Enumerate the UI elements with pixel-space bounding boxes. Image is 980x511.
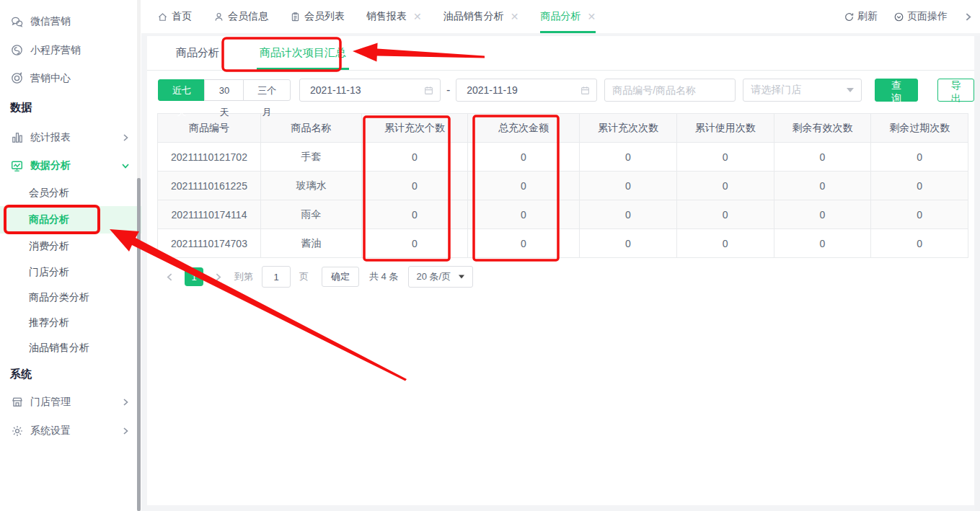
clipboard-icon	[290, 12, 301, 22]
refresh-button[interactable]: 刷新	[844, 10, 878, 23]
column-header: 商品名称	[261, 114, 362, 143]
start-date-input[interactable]	[309, 84, 423, 97]
export-button[interactable]: 导出	[937, 79, 974, 102]
sidebar-item-wechat-marketing[interactable]: 微信营销	[0, 7, 141, 36]
main-scrollbar-track[interactable]	[975, 36, 980, 511]
goto-confirm-button[interactable]: 确定	[322, 267, 359, 287]
target-icon	[10, 71, 24, 85]
page-operations-icon	[893, 12, 904, 22]
close-icon[interactable]: ✕	[511, 11, 519, 22]
filter-bar: 近七天 30天 三个月 - 请选择门店 查询 导出	[158, 79, 974, 102]
sidebar-item-recommendation-analysis[interactable]: 推荐分析	[0, 310, 141, 335]
tab-label: 会员列表	[304, 10, 345, 23]
column-header: 累计充次个数	[362, 114, 468, 143]
goto-page-input[interactable]	[262, 266, 291, 288]
sidebar-item-label: 数据分析	[30, 159, 71, 172]
table-row[interactable]: 20211110174703酱油000000	[158, 229, 968, 258]
sidebar-section-system: 系统	[0, 360, 141, 388]
close-icon[interactable]: ✕	[413, 11, 422, 22]
topbar: 首页 会员信息 会员列表 销售报表 ✕ 油品销售分析 ✕ 商品分析 ✕ 刷新	[141, 0, 980, 33]
sidebar-item-label: 营销中心	[30, 72, 71, 85]
column-header: 剩余过期次数	[871, 114, 968, 143]
tab-label: 会员信息	[228, 10, 268, 23]
goto-prefix-label: 到第	[234, 270, 253, 283]
sidebar-item-product-category-analysis[interactable]: 商品分类分析	[0, 285, 141, 310]
column-header: 累计使用次数	[676, 114, 774, 143]
tab-sales-report[interactable]: 销售报表 ✕	[366, 0, 422, 33]
search-button[interactable]: 查询	[875, 79, 919, 102]
range-last7days-button[interactable]: 近七天	[158, 79, 205, 101]
sidebar-scrollbar-thumb[interactable]	[137, 178, 141, 511]
tab-member-list[interactable]: 会员列表	[290, 0, 345, 33]
sidebar-item-label: 统计报表	[30, 131, 71, 144]
sidebar-item-store-management[interactable]: 门店管理	[0, 388, 141, 417]
store-select[interactable]: 请选择门店	[743, 79, 862, 102]
current-page-button[interactable]: 1	[185, 267, 203, 286]
tab-member-info[interactable]: 会员信息	[213, 0, 268, 33]
monitor-chart-icon	[10, 159, 24, 173]
main-panel: 商品分析 商品计次项目汇总 近七天 30天 三个月 - 请选择门店	[147, 36, 974, 505]
column-header: 剩余有效次数	[774, 114, 871, 143]
column-header: 总充次金额	[468, 114, 580, 143]
goto-suffix-label: 页	[299, 270, 309, 283]
sidebar-item-label: 系统设置	[30, 425, 71, 437]
tab-product-count-summary[interactable]: 商品计次项目汇总	[257, 36, 349, 70]
sidebar-item-label: 微信营销	[30, 15, 71, 28]
page-size-select[interactable]: 20 条/页	[408, 266, 473, 288]
sidebar-item-label: 门店管理	[30, 396, 71, 409]
store-select-placeholder: 请选择门店	[751, 84, 801, 97]
prev-page-icon[interactable]	[158, 272, 182, 282]
sidebar-item-label: 商品分类分析	[29, 291, 89, 304]
sidebar-item-member-analysis[interactable]: 会员分析	[0, 179, 141, 206]
summary-table: 商品编号 商品名称 累计充次个数 总充次金额 累计充次次数 累计使用次数 剩余有…	[157, 113, 968, 258]
sidebar-item-label: 商品分析	[29, 213, 69, 226]
gear-icon	[10, 424, 24, 437]
start-date-picker[interactable]	[299, 79, 441, 102]
sidebar-item-label: 门店分析	[29, 266, 69, 279]
sidebar-item-miniprogram-marketing[interactable]: 小程序营销	[0, 36, 141, 64]
sidebar-section-data: 数据	[0, 92, 141, 123]
quick-range-group: 近七天 30天 三个月	[158, 79, 291, 101]
calendar-icon	[580, 85, 591, 96]
column-header: 商品编号	[158, 114, 261, 143]
page-operations-button[interactable]: 页面操作	[893, 10, 948, 23]
sidebar-item-system-settings[interactable]: 系统设置	[0, 417, 141, 445]
keyword-search-input[interactable]	[604, 79, 736, 102]
table-row[interactable]: 20211110161225玻璃水000000	[158, 172, 968, 200]
range-3months-button[interactable]: 三个月	[243, 79, 290, 101]
end-date-picker[interactable]	[456, 79, 597, 102]
sidebar-item-label: 油品销售分析	[29, 342, 89, 355]
sidebar-item-marketing-center[interactable]: 营销中心	[0, 64, 141, 92]
user-icon	[213, 12, 224, 22]
table-row[interactable]: 20211110121702手套000000	[158, 143, 968, 172]
sidebar-item-oil-sales-analysis[interactable]: 油品销售分析	[0, 335, 141, 360]
sidebar-item-stats-report[interactable]: 统计报表	[0, 123, 141, 152]
sidebar-item-label: 推荐分析	[29, 316, 69, 329]
bar-chart-icon	[10, 131, 24, 145]
wechat-icon	[10, 15, 24, 29]
calendar-icon	[423, 85, 434, 96]
store-icon	[10, 396, 24, 409]
topbar-actions: 刷新 页面操作	[844, 0, 980, 33]
chevron-right-icon	[121, 427, 130, 435]
table-row[interactable]: 20211110174114雨伞000000	[158, 200, 968, 229]
sidebar-item-store-analysis[interactable]: 门店分析	[0, 259, 141, 285]
tab-product-analysis-inner[interactable]: 商品分析	[173, 36, 222, 70]
end-date-input[interactable]	[465, 84, 580, 97]
table-header-row: 商品编号 商品名称 累计充次个数 总充次金额 累计充次次数 累计使用次数 剩余有…	[158, 114, 968, 143]
chevron-right-icon	[121, 133, 130, 142]
next-page-icon[interactable]	[206, 272, 230, 282]
sidebar-item-data-analysis[interactable]: 数据分析	[0, 152, 141, 179]
sidebar-item-label: 消费分析	[29, 240, 69, 253]
chevron-right-icon[interactable]	[963, 12, 973, 22]
sidebar-item-consumption-analysis[interactable]: 消费分析	[0, 234, 141, 259]
chevron-right-icon	[121, 398, 130, 406]
close-icon[interactable]: ✕	[587, 11, 596, 22]
sidebar-item-label: 小程序营销	[30, 44, 81, 57]
sidebar-item-product-analysis[interactable]: 商品分析	[0, 206, 141, 234]
tab-product-analysis[interactable]: 商品分析 ✕	[540, 0, 596, 33]
range-30days-button[interactable]: 30天	[204, 79, 244, 101]
tab-oil-sales-analysis[interactable]: 油品销售分析 ✕	[443, 0, 519, 33]
tab-home[interactable]: 首页	[157, 0, 192, 33]
miniprogram-icon	[10, 43, 24, 57]
